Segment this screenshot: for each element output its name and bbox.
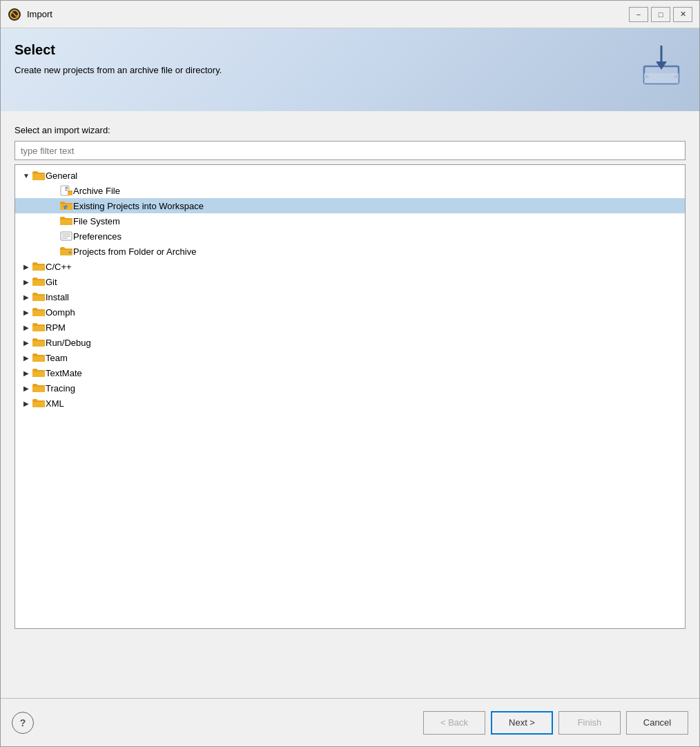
tree-item-git[interactable]: ▶ Git: [15, 274, 685, 289]
content-area: Select an import wizard: ▼ General: [1, 111, 699, 643]
tree-label-xml: XML: [46, 398, 64, 409]
spacer: [1, 643, 699, 698]
header-description: Create new projects from an archive file…: [14, 65, 222, 75]
archive-file-icon: [59, 185, 73, 196]
folder-icon-pff: [59, 246, 73, 257]
minimize-button[interactable]: −: [629, 7, 648, 22]
tree-item-team[interactable]: ▶ Team: [15, 350, 685, 365]
chevron-right-icon-tracing: ▶: [21, 382, 32, 394]
chevron-right-icon-oomph: ▶: [21, 307, 32, 318]
tree-label-git: Git: [46, 277, 57, 287]
tree-item-textmate[interactable]: ▶ TextMate: [15, 365, 685, 380]
folder-icon-textmate: [32, 367, 46, 378]
folder-icon-run-debug: [32, 337, 46, 348]
tree-item-rpm[interactable]: ▶ RPM: [15, 320, 685, 335]
next-button[interactable]: Next >: [491, 711, 553, 735]
tree-container[interactable]: ▼ General Archiv: [14, 164, 686, 629]
chevron-right-icon-textmate: ▶: [21, 367, 32, 378]
header-title: Select: [14, 42, 222, 58]
import-folder-icon: [59, 200, 73, 211]
preferences-icon: [59, 231, 73, 242]
maximize-button[interactable]: □: [651, 7, 670, 22]
header-panel: Select Create new projects from an archi…: [1, 28, 699, 111]
tree-label-file-system: File System: [73, 216, 120, 226]
tree-label-archive-file: Archive File: [73, 186, 120, 196]
folder-icon-install: [32, 291, 46, 302]
tree-label-projects-from-folder: Projects from Folder or Archive: [73, 246, 196, 257]
close-button[interactable]: ✕: [673, 7, 692, 22]
folder-icon-tracing: [32, 382, 46, 394]
tree-item-general[interactable]: ▼ General: [15, 168, 685, 183]
wizard-label: Select an import wizard:: [14, 125, 686, 135]
folder-icon-oomph: [32, 307, 46, 318]
back-button[interactable]: < Back: [423, 711, 485, 735]
help-button[interactable]: ?: [12, 712, 34, 734]
tree-item-run-debug[interactable]: ▶ Run/Debug: [15, 335, 685, 350]
tree-label-run-debug: Run/Debug: [46, 338, 91, 348]
folder-open-icon: [32, 170, 46, 181]
svg-rect-8: [65, 188, 68, 189]
folder-icon-rpm: [32, 322, 46, 333]
tree-item-install[interactable]: ▶ Install: [15, 289, 685, 304]
tree-label-textmate: TextMate: [46, 368, 82, 378]
chevron-down-icon: ▼: [21, 170, 32, 181]
folder-icon-cpp: [32, 261, 46, 272]
chevron-right-icon-cpp: ▶: [21, 261, 32, 272]
finish-button[interactable]: Finish: [558, 711, 621, 735]
folder-icon-xml: [32, 398, 46, 409]
chevron-right-icon-rpm: ▶: [21, 322, 32, 333]
chevron-right-icon-team: ▶: [21, 352, 32, 363]
tree-label-preferences: Preferences: [73, 231, 121, 242]
folder-icon-team: [32, 352, 46, 363]
chevron-right-icon-install: ▶: [21, 291, 32, 302]
tree-item-cpp[interactable]: ▶ C/C++: [15, 259, 685, 274]
tree-item-existing-projects[interactable]: Existing Projects into Workspace: [15, 198, 685, 213]
svg-rect-3: [644, 73, 679, 84]
import-dialog: Import − □ ✕ Select Create new projects …: [0, 0, 700, 747]
tree-item-preferences[interactable]: Preferences: [15, 229, 685, 244]
window-controls: − □ ✕: [629, 7, 692, 22]
tree-item-oomph[interactable]: ▶ Oomph: [15, 304, 685, 320]
cancel-button[interactable]: Cancel: [626, 711, 688, 735]
button-bar: ? < Back Next > Finish Cancel: [1, 698, 699, 746]
app-icon: [8, 8, 21, 21]
tree-label-general: General: [46, 171, 77, 181]
folder-icon-fs: [59, 215, 73, 226]
tree-label-tracing: Tracing: [46, 383, 75, 394]
tree-label-install: Install: [46, 292, 69, 302]
header-wizard-icon: [637, 42, 686, 90]
tree-label-oomph: Oomph: [46, 307, 75, 318]
tree-label-team: Team: [46, 353, 68, 363]
header-text: Select Create new projects from an archi…: [14, 42, 222, 75]
folder-icon-git: [32, 276, 46, 287]
tree-item-tracing[interactable]: ▶ Tracing: [15, 380, 685, 396]
chevron-right-icon-xml: ▶: [21, 398, 32, 409]
chevron-right-icon-git: ▶: [21, 276, 32, 287]
tree-item-xml[interactable]: ▶ XML: [15, 396, 685, 411]
tree-label-existing-projects: Existing Projects into Workspace: [73, 201, 204, 211]
window-title: Import: [27, 9, 623, 19]
tree-item-archive-file[interactable]: Archive File: [15, 183, 685, 198]
title-bar: Import − □ ✕: [1, 1, 699, 28]
svg-rect-9: [65, 190, 68, 191]
filter-input[interactable]: [14, 141, 686, 160]
tree-label-rpm: RPM: [46, 322, 66, 333]
tree-item-projects-from-folder[interactable]: Projects from Folder or Archive: [15, 244, 685, 259]
svg-rect-7: [65, 187, 68, 188]
tree-label-cpp: C/C++: [46, 262, 72, 272]
chevron-right-icon-run-debug: ▶: [21, 337, 32, 348]
tree-item-file-system[interactable]: File System: [15, 213, 685, 229]
